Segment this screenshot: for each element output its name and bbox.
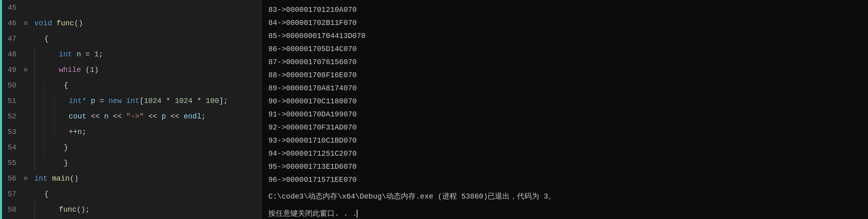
line-number: 51	[0, 93, 23, 109]
terminal-line: 96->00000171571EE070	[268, 173, 861, 186]
table-row: 50 {	[0, 78, 261, 93]
line-gutter	[23, 78, 33, 93]
table-row: 49 ⊟ while (1)	[0, 62, 261, 78]
table-row: 45	[0, 0, 261, 16]
line-content: void func()	[33, 16, 83, 31]
line-content: int* p = new int[1024 * 1024 * 100];	[33, 93, 228, 109]
table-row: 57 {	[0, 186, 261, 202]
table-row: 55 }	[0, 155, 261, 171]
line-gutter	[23, 31, 33, 47]
table-row: 58 func();	[0, 202, 261, 217]
terminal-line: 92->00000170F31AD070	[268, 121, 861, 134]
line-gutter	[23, 0, 33, 16]
terminal-line: 87->0000017076156070	[268, 56, 861, 69]
line-gutter	[23, 217, 33, 219]
green-indicator	[0, 0, 2, 219]
terminal-status-text: 按任意键关闭此窗口. . .	[268, 210, 357, 218]
terminal-line: 91->00000170DA199070	[268, 108, 861, 121]
table-row: 47 {	[0, 31, 261, 47]
line-gutter	[23, 140, 33, 155]
line-content: func();	[33, 202, 90, 217]
line-content: while (1)	[33, 62, 99, 78]
terminal-line: 85->00000001704413D070	[268, 29, 861, 42]
line-number: 56	[0, 171, 23, 186]
table-row: 46 ⊟ void func()	[0, 16, 261, 31]
line-gutter	[23, 124, 33, 140]
line-number: 57	[0, 186, 23, 202]
line-gutter: ⊟	[23, 16, 33, 31]
line-number: 55	[0, 155, 23, 171]
fold-icon[interactable]: ⊟	[24, 62, 27, 78]
terminal-line: 95->000001713E1D6070	[268, 160, 861, 173]
line-gutter	[23, 186, 33, 202]
line-number: 45	[0, 0, 23, 16]
line-gutter	[23, 47, 33, 62]
line-content: {	[33, 78, 68, 93]
line-content	[33, 0, 34, 16]
terminal-line: 94->00000171251C2070	[268, 147, 861, 160]
code-editor[interactable]: 45 46 ⊟ void func() 47 { 48	[0, 0, 262, 219]
fold-icon[interactable]: ⊟	[24, 171, 27, 186]
line-number: 47	[0, 31, 23, 47]
line-gutter	[23, 202, 33, 217]
code-lines-container: 45 46 ⊟ void func() 47 { 48	[0, 0, 261, 219]
line-content: int n = 1;	[33, 47, 103, 62]
line-content: return 0;	[33, 217, 99, 219]
terminal-line: 84->000001702B11F070	[268, 16, 861, 29]
line-number: 49	[0, 62, 23, 78]
terminal-panel: 83->000001701210A07084->000001702B11F070…	[262, 0, 868, 219]
line-content: {	[33, 186, 49, 202]
line-gutter	[23, 155, 33, 171]
table-row: 51 int* p = new int[1024 * 1024 * 100];	[0, 93, 261, 109]
table-row: 48 int n = 1;	[0, 47, 261, 62]
line-gutter	[23, 93, 33, 109]
line-number: 58	[0, 202, 23, 217]
terminal-line: 93->000001710C1BD070	[268, 134, 861, 147]
terminal-status-1: C:\code3\动态内存\x64\Debug\动态内存.exe (进程 538…	[268, 190, 861, 203]
line-gutter	[23, 109, 33, 124]
line-content: }	[33, 155, 68, 171]
table-row: 52 cout << n << "->" << p << endl;	[0, 109, 261, 124]
line-number: 48	[0, 47, 23, 62]
line-number: 59	[0, 217, 23, 219]
table-row: 53 ++n;	[0, 124, 261, 140]
line-number: 54	[0, 140, 23, 155]
terminal-line: 90->00000170C1180070	[268, 95, 861, 108]
terminal-line: 83->000001701210A070	[268, 3, 861, 16]
line-gutter: ⊟	[23, 171, 33, 186]
terminal-output: 83->000001701210A07084->000001702B11F070…	[268, 3, 861, 186]
terminal-line: 88->000001708F16E070	[268, 69, 861, 82]
fold-icon[interactable]: ⊟	[24, 16, 27, 31]
line-content: int main()	[33, 171, 79, 186]
line-number: 52	[0, 109, 23, 124]
table-row: 59 return 0;	[0, 217, 261, 219]
cursor-icon	[357, 210, 358, 218]
line-content: {	[33, 31, 49, 47]
table-row: 54 }	[0, 140, 261, 155]
line-number: 53	[0, 124, 23, 140]
terminal-line: 86->000001705D14C070	[268, 42, 861, 56]
line-number: 46	[0, 16, 23, 31]
terminal-line: 89->00000170A8174070	[268, 82, 861, 95]
line-content: cout << n << "->" << p << endl;	[33, 109, 206, 124]
line-content: ++n;	[33, 124, 86, 140]
table-row: 56 ⊟ int main()	[0, 171, 261, 186]
line-gutter: ⊟	[23, 62, 33, 78]
line-number: 50	[0, 78, 23, 93]
terminal-status-2: 按任意键关闭此窗口. . .	[268, 207, 861, 219]
line-content: }	[33, 140, 68, 155]
